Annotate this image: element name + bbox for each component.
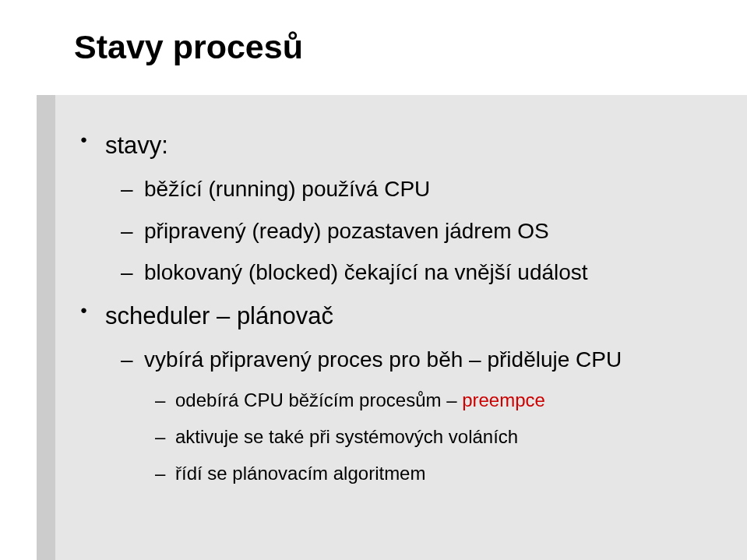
- slide-title: Stavy procesů: [74, 28, 303, 66]
- bullet-item: scheduler – plánovač: [79, 301, 716, 332]
- content-area: stavy: běžící (running) používá CPU přip…: [37, 95, 747, 560]
- sub-bullet-item: blokovaný (blocked) čekající na vnější u…: [79, 259, 716, 287]
- text-span: blokovaný: [144, 260, 248, 284]
- text-span: (ready) pozastaven jádrem OS: [252, 219, 549, 243]
- text-span: (blocked) čekající na vnější událost: [248, 260, 588, 284]
- text-span: připravený: [144, 219, 252, 243]
- text-span: (running) používá CPU: [208, 177, 430, 201]
- text-span: odebírá CPU běžícím procesům –: [175, 389, 462, 410]
- sub-bullet-item: běžící (running) používá CPU: [79, 175, 716, 203]
- sub-sub-bullet-item: odebírá CPU běžícím procesům – preempce: [79, 388, 716, 412]
- sub-sub-bullet-item: aktivuje se také při systémových voláníc…: [79, 424, 716, 449]
- sub-sub-bullet-item: řídí se plánovacím algoritmem: [79, 461, 716, 485]
- text-span: běžící: [144, 177, 208, 201]
- highlighted-text: preempce: [462, 389, 545, 410]
- sub-bullet-item: připravený (ready) pozastaven jádrem OS: [79, 217, 716, 245]
- slide-container: Stavy procesů stavy: běžící (running) po…: [0, 0, 747, 560]
- bullet-list: stavy: běžící (running) používá CPU přip…: [79, 130, 716, 485]
- sub-bullet-item: vybírá připravený proces pro běh – přidě…: [79, 346, 716, 374]
- bullet-item: stavy:: [79, 130, 716, 161]
